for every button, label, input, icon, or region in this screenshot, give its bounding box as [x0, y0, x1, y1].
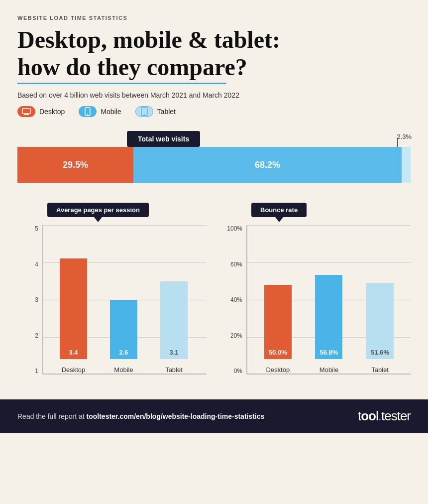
svg-point-4 [87, 114, 88, 115]
bounce-tablet-label: Tablet [371, 366, 389, 374]
legend-item-tablet: Tablet [135, 106, 176, 117]
bounce-mobile-value: 56.8% [320, 349, 338, 356]
footer-logo: tool.tester [358, 408, 411, 424]
avg-desktop-bar-item: 3.4 Desktop [60, 225, 87, 374]
avg-desktop-label: Desktop [62, 366, 86, 374]
stacked-bar-container: 2.3% 29.5% 68.2% [17, 147, 411, 183]
footer: Read the full report at tooltester.com/e… [0, 399, 428, 433]
description: Based on over 4 billion web visits betwe… [17, 91, 411, 99]
tablet-icon [135, 106, 153, 117]
svg-rect-0 [22, 109, 30, 114]
bounce-desktop-bar: 50.0% [264, 285, 292, 359]
bounce-rate-tooltip: Bounce rate [251, 203, 307, 217]
desktop-icon [17, 106, 35, 117]
page-title: Desktop, mobile & tablet: how do they co… [17, 26, 411, 84]
svg-point-6 [144, 114, 145, 115]
charts-row: Average pages per session 5 4 3 2 1 [17, 203, 411, 375]
avg-mobile-bar: 2.6 [110, 300, 137, 359]
avg-tablet-bar-item: 3.1 Tablet [160, 225, 188, 374]
mobile-bar: 68.2% [133, 147, 402, 183]
legend: Desktop Mobile Tablet [17, 106, 411, 117]
footer-text: Read the full report at tooltester.com/e… [17, 412, 264, 420]
legend-item-desktop: Desktop [17, 106, 65, 117]
avg-pages-y-axis: 5 4 3 2 1 [17, 225, 38, 375]
bounce-tablet-value: 51.6% [371, 349, 389, 356]
tick-line [397, 138, 398, 147]
avg-desktop-bar: 3.4 [60, 258, 87, 360]
bounce-desktop-value: 50.0% [269, 349, 287, 356]
desktop-bar: 29.5% [17, 147, 133, 183]
avg-tablet-bar: 3.1 [160, 281, 188, 359]
mobile-icon [79, 106, 97, 117]
avg-pages-chart: Average pages per session 5 4 3 2 1 [17, 203, 207, 375]
avg-pages-tooltip: Average pages per session [47, 203, 149, 217]
footer-link[interactable]: tooltester.com/en/blog/website-loading-t… [87, 412, 265, 420]
bounce-desktop-label: Desktop [266, 366, 290, 374]
bounce-tablet-bar: 51.6% [366, 283, 394, 360]
avg-mobile-value: 2.6 [119, 349, 128, 356]
avg-tablet-label: Tablet [165, 366, 183, 374]
bounce-desktop-bar-item: 50.0% Desktop [264, 225, 292, 374]
avg-tablet-value: 3.1 [169, 349, 178, 356]
legend-item-mobile: Mobile [79, 106, 121, 117]
bounce-tablet-bar-item: 51.6% Tablet [366, 225, 394, 374]
bounce-mobile-bar: 56.8% [315, 275, 342, 359]
total-visits-tooltip: Total web visits [127, 131, 200, 147]
avg-mobile-label: Mobile [114, 366, 133, 374]
bounce-mobile-label: Mobile [320, 366, 338, 374]
total-web-visits-section: Total web visits 2.3% 29.5% 68.2% [17, 131, 411, 183]
bounce-rate-y-axis: 100% 60% 40% 20% 0% [221, 225, 245, 375]
bounce-mobile-bar-item: 56.8% Mobile [315, 225, 342, 374]
tablet-pct-label: 2.3% [397, 133, 412, 140]
stacked-bar: 29.5% 68.2% [17, 147, 411, 183]
bounce-rate-chart: Bounce rate 100% 60% 40% 20% 0% [221, 203, 411, 375]
avg-desktop-value: 3.4 [69, 349, 78, 356]
subtitle: WEBSITE LOAD TIME STATISTICS [17, 15, 411, 21]
avg-mobile-bar-item: 2.6 Mobile [110, 225, 137, 374]
tablet-bar [402, 147, 411, 183]
title-underline [17, 83, 226, 84]
